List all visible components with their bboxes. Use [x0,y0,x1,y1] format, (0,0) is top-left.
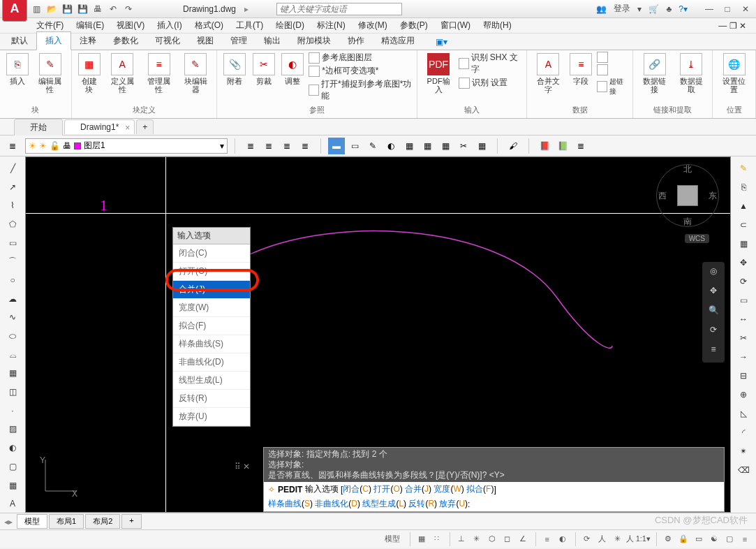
edit-attr-button[interactable]: ✎编辑属性 [33,52,66,95]
help-icon[interactable]: ?▾ [679,4,688,14]
stretch-icon[interactable]: ↔ [733,310,754,328]
point-icon[interactable]: · [2,402,23,420]
ctx-fit[interactable]: 拟合(F) [173,317,250,335]
region-icon[interactable]: ▢ [2,458,23,476]
merge-text-button[interactable]: A合并文字 [531,52,565,95]
recognize-shx-row[interactable]: 识别 SHX 文字 [459,52,522,75]
grid-icon[interactable]: ▦ [415,532,429,546]
ctx-decurve[interactable]: 非曲线化(D) [173,353,250,372]
new-tab-button[interactable]: + [136,119,154,134]
mirror-icon[interactable]: ▲ [733,197,754,215]
tab-default[interactable]: 默认 [3,32,36,50]
layer-combo[interactable]: ☀☀🔓🖶 图层1 ▾ [25,138,228,154]
menu-file[interactable]: 文件(F) [31,18,69,33]
block-editor-button[interactable]: ✎块编辑器 [179,52,212,95]
chamfer-icon[interactable]: ◺ [733,404,754,423]
menu-modify[interactable]: 修改(M) [353,18,393,33]
transparency-icon[interactable]: ◐ [556,532,570,546]
clean-icon[interactable]: ▢ [722,532,736,546]
layout2-tab[interactable]: 布局2 [85,514,120,529]
copy-icon[interactable]: ⎘ [733,178,754,196]
close-button[interactable]: ✕ [738,4,753,14]
community-icon[interactable]: 👥 [596,4,607,14]
tool-icon[interactable]: ▦ [437,138,454,154]
ctx-undo[interactable]: 放弃(U) [173,408,250,426]
annoscale-icon[interactable]: 人 [595,532,609,546]
extend-icon[interactable]: → [733,348,754,366]
layer-tool-icon[interactable]: ≣ [260,138,277,154]
menu-param[interactable]: 参数(P) [394,18,433,33]
fillet-icon[interactable]: ◜ [733,423,754,441]
tool-icon[interactable]: ◐ [383,138,399,154]
join-icon[interactable]: ⊕ [733,386,754,404]
ctx-close[interactable]: 闭合(C) [173,244,250,263]
tool-icon[interactable]: ▭ [346,138,363,154]
tab-param[interactable]: 参数化 [105,32,147,50]
view-cube[interactable]: 北 南 东 西 [656,164,719,227]
tool-icon[interactable]: ✂ [455,138,472,154]
define-attr-button[interactable]: A定义属性 [105,52,139,95]
ctx-reverse[interactable]: 反转(R) [173,390,250,408]
array-icon[interactable]: ▦ [733,235,754,253]
menu-help[interactable]: 帮助(H) [477,18,517,33]
menu-insert[interactable]: 插入(I) [151,18,187,33]
data-extract-button[interactable]: ⤓数据提取 [674,52,709,95]
ray-icon[interactable]: ↗ [2,178,23,196]
menu-window[interactable]: 窗口(W) [435,18,476,33]
tool-icon[interactable]: ✎ [364,138,381,154]
tab-collab[interactable]: 协作 [339,32,373,50]
clip-button[interactable]: ✂剪裁 [251,52,277,87]
snap-icon[interactable]: ∷ [430,532,444,546]
menu-dimension[interactable]: 标注(N) [311,18,351,33]
filetab-start[interactable]: 开始 [14,119,63,136]
ctx-join[interactable]: 合并(J) [173,281,250,299]
underlay-layers-row[interactable]: 参考底图图层 [309,52,413,64]
table-icon[interactable]: ▦ [2,476,23,495]
layer-tool-icon[interactable]: ≣ [297,138,313,154]
add-layout-tab[interactable]: + [121,514,141,529]
tab-output[interactable]: 输出 [255,32,289,50]
block-icon[interactable]: ◫ [2,383,23,401]
layer-tool-icon[interactable]: ≣ [279,138,295,154]
recognize-settings-row[interactable]: 识别 设置 [459,77,522,89]
redo-icon[interactable]: ↷ [123,3,134,15]
saveas-icon[interactable]: 💾 [77,3,88,15]
model-tab[interactable]: 模型 [17,514,47,529]
tool-icon[interactable]: ▦ [473,138,490,154]
menu-tools[interactable]: 工具(T) [230,18,269,33]
brush-icon[interactable]: 🖌 [505,138,521,154]
set-location-button[interactable]: 🌐设置位置 [717,52,751,95]
field-button[interactable]: ≡字段 [568,52,595,87]
polar-icon[interactable]: ✳ [470,532,484,546]
undo-icon[interactable]: ↶ [108,3,119,15]
search-play-icon[interactable]: ▸ [244,4,249,14]
showmenu-icon[interactable]: ≡ [706,344,720,358]
revcloud-icon[interactable]: ☁ [2,290,23,308]
arc-icon[interactable]: ⌒ [2,252,23,270]
polygon-icon[interactable]: ⬠ [2,215,23,233]
data-link-button[interactable]: 🔗数据链接 [637,52,672,95]
erase-icon[interactable]: ⌫ [733,461,754,479]
layer-tool-icon[interactable]: ≣ [242,138,259,154]
status-model-label[interactable]: 模型 [380,532,404,546]
plot-icon[interactable]: 🖶 [92,3,103,15]
break-icon[interactable]: ⊟ [733,367,754,385]
zoom-icon[interactable]: 🔍 [706,305,720,319]
tab-insert[interactable]: 插入 [36,31,71,50]
move-icon[interactable]: ✥ [733,254,754,272]
match-icon[interactable]: ▬ [328,138,345,154]
isolate-icon[interactable]: ☯ [707,532,721,546]
wheel-icon[interactable]: ◎ [706,266,720,280]
adjust-button[interactable]: ◐调整 [280,52,306,87]
menu-draw[interactable]: 绘图(D) [270,18,310,33]
ctx-ltgen[interactable]: 线型生成(L) [173,372,250,390]
pencil-icon[interactable]: ✎ [733,159,754,177]
maximize-button[interactable]: □ [720,4,735,14]
tabs-prev-icon[interactable]: ◂▸ [4,517,13,527]
pdf-import-button[interactable]: PDFPDF输入 [422,52,456,95]
wcs-badge[interactable]: WCS [685,234,709,243]
hardware-icon[interactable]: ▭ [692,532,706,546]
rectangle-icon[interactable]: ▭ [2,234,23,252]
layerprop-icon[interactable]: ≣ [4,138,21,154]
gradient-icon[interactable]: ◐ [2,439,23,457]
